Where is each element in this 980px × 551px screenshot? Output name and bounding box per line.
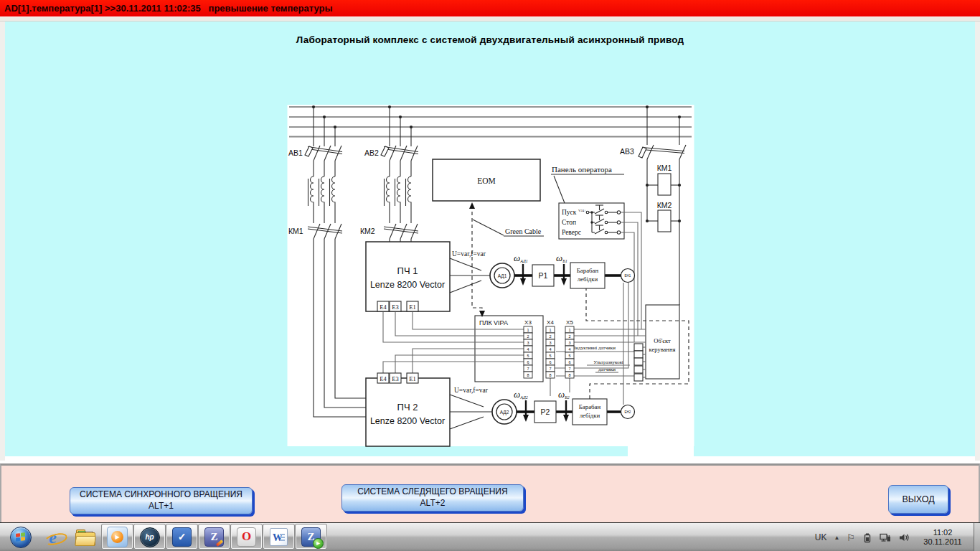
svg-text:3: 3: [549, 341, 551, 345]
chevron-up-icon[interactable]: ▲: [834, 534, 839, 541]
km1-coil: [658, 174, 671, 195]
label-x5: X5: [566, 319, 573, 326]
label-object-l1: Об'єкт: [654, 337, 671, 344]
taskbar-hp[interactable]: hp: [133, 523, 166, 551]
label-ad2: АД2: [500, 410, 509, 415]
taskbar-opera[interactable]: O: [230, 523, 263, 551]
terminal-strip-x4: 12345678: [546, 326, 555, 378]
label-drum2-l1: Барабан: [579, 403, 601, 410]
synchronous-rotation-hotkey: ALT+1: [70, 501, 252, 512]
label-en2: ЕН2: [625, 410, 631, 414]
svg-text:5: 5: [527, 354, 529, 358]
show-desktop-button[interactable]: [974, 523, 980, 551]
label-inductive-sensors: Індуктивні датчики: [574, 345, 616, 351]
tray-time: 11:02: [917, 528, 969, 537]
synchronous-rotation-button[interactable]: СИСТЕМА СИНХРОННОГО ВРАЩЕНИЯ ALT+1: [70, 487, 253, 514]
exit-button[interactable]: ВЫХОД: [888, 485, 948, 514]
label-r1: Р1: [539, 271, 548, 280]
label-revers: Реверс: [562, 229, 581, 236]
label-object-l2: керування: [649, 346, 676, 353]
label-av3: АВ3: [620, 147, 634, 156]
tracking-rotation-button[interactable]: СИСТЕМА СЛЕДЯЩЕГО ВРАЩЕНИЯ ALT+2: [341, 484, 524, 512]
terminal-strip-x5: 12345678: [565, 326, 574, 378]
taskbar-internet-explorer[interactable]: e: [37, 523, 69, 551]
svg-text:7: 7: [568, 367, 570, 371]
speaker-icon[interactable]: [898, 532, 910, 543]
zenon-runtime-icon: Z▶: [301, 527, 321, 547]
label-av1: АВ1: [288, 149, 303, 157]
sensor-boxes: [634, 344, 643, 381]
tracking-rotation-hotkey: ALT+2: [342, 498, 523, 509]
label-eom: ЕОМ: [477, 176, 496, 185]
zenon-editor-icon: Z: [204, 527, 224, 547]
action-center-flag-icon[interactable]: ⚐: [847, 532, 855, 543]
label-pusk: Пуск: [562, 209, 577, 216]
label-e1-1: Е1: [409, 303, 415, 311]
svg-text:5: 5: [549, 354, 551, 358]
label-r2: Р2: [541, 408, 550, 416]
label-uvar-2: U=var,f=var: [454, 387, 489, 394]
label-pch1: ПЧ 1: [397, 265, 418, 276]
svg-text:4: 4: [568, 347, 570, 352]
svg-text:4: 4: [527, 347, 529, 352]
label-pch1-model: Lenze 8200 Vector: [370, 280, 445, 290]
label-km2-coil: КМ2: [657, 201, 672, 209]
taskbar: e ▶ hp ✓ Z O W Z▶ UK ▲ ⚐: [0, 522, 980, 551]
windows-start-icon: [10, 527, 32, 548]
label-drum1-l2: лебідки: [578, 276, 598, 283]
word-icon: W: [270, 528, 288, 546]
start-button[interactable]: [4, 523, 37, 551]
svg-text:5: 5: [568, 354, 570, 358]
schematic-diagram: 12345678 12345678 12345678 АВ1 АВ2 АВ3 К…: [287, 103, 694, 463]
tray-date: 30.11.2011: [917, 537, 969, 547]
label-e4-1: Е4: [380, 303, 387, 311]
clock[interactable]: 11:02 30.11.2011: [917, 528, 969, 547]
label-uvar-1: U=var,f=var: [452, 250, 486, 258]
taskbar-word[interactable]: W: [263, 523, 295, 551]
svg-text:4: 4: [549, 347, 551, 352]
opera-icon: O: [237, 527, 256, 547]
alarm-bar[interactable]: AD[1].температура[1] >>30.11.2011 11:02:…: [0, 0, 980, 17]
svg-text:7: 7: [527, 367, 529, 371]
label-green-cable: Green Cable: [505, 227, 542, 235]
checkmark-icon: ✓: [172, 527, 192, 547]
svg-text:8: 8: [568, 373, 570, 377]
svg-text:6: 6: [568, 360, 570, 364]
svg-text:1: 1: [527, 328, 529, 332]
label-x4: X4: [547, 319, 554, 326]
label-en1: ЕН1: [625, 274, 631, 278]
hp-icon: hp: [140, 527, 160, 547]
page-title: Лабораторный комплекс с системой двухдви…: [0, 34, 980, 45]
label-ad1: АД1: [498, 273, 507, 279]
label-e1-2: Е1: [409, 375, 415, 382]
battery-icon[interactable]: [862, 532, 872, 543]
svg-text:8: 8: [527, 373, 529, 377]
svg-text:1: 1: [568, 328, 570, 332]
label-km1: КМ1: [288, 227, 303, 235]
svg-text:2: 2: [549, 334, 551, 339]
svg-text:2: 2: [527, 334, 529, 339]
taskbar-checkmark-app[interactable]: ✓: [166, 523, 198, 551]
label-km2: КМ2: [360, 227, 375, 235]
taskbar-media-player[interactable]: ▶: [101, 523, 133, 551]
label-av2: АВ2: [364, 149, 379, 157]
svg-text:6: 6: [549, 360, 551, 364]
taskbar-windows-explorer[interactable]: [69, 523, 101, 551]
taskbar-zenon-editor[interactable]: Z: [198, 523, 230, 551]
language-indicator[interactable]: UK: [815, 532, 827, 542]
network-icon[interactable]: [880, 532, 891, 543]
label-e3-2: Е3: [392, 375, 398, 382]
window-frame-top: [0, 17, 980, 22]
km2-coil: [658, 210, 671, 232]
taskbar-zenon-runtime[interactable]: Z▶: [295, 523, 327, 551]
label-pch2: ПЧ 2: [397, 402, 418, 413]
label-e3-1: Е3: [392, 303, 398, 311]
label-plc: ПЛК VIPA: [479, 319, 508, 326]
label-ultrasonic-l2: датчики: [598, 367, 616, 372]
label-stop: Стоп: [562, 219, 576, 226]
label-e4-2: Е4: [380, 375, 387, 382]
system-tray: UK ▲ ⚐ 11:02 30.11.2011: [815, 523, 969, 551]
synchronous-rotation-label: СИСТЕМА СИНХРОННОГО ВРАЩЕНИЯ: [70, 489, 252, 501]
svg-text:1: 1: [549, 328, 551, 332]
exit-label: ВЫХОД: [889, 494, 948, 505]
